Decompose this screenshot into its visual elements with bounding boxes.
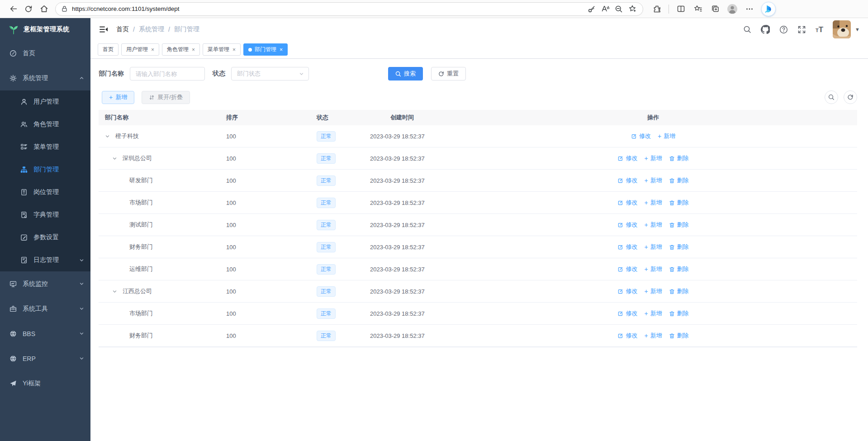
sidebar-item-monitor[interactable]: 系统监控 — [0, 271, 90, 296]
sidebar-item-params[interactable]: 参数设置 — [0, 226, 90, 249]
sidebar-item-departments[interactable]: 部门管理 — [0, 158, 90, 181]
show-search-icon[interactable] — [825, 90, 838, 104]
col-sort: 排序 — [226, 114, 317, 122]
help-icon[interactable] — [779, 25, 788, 34]
split-screen-icon[interactable] — [674, 2, 688, 16]
edit-link[interactable]: 修改 — [617, 154, 637, 162]
edit-link[interactable]: 修改 — [617, 287, 637, 295]
users-icon — [20, 121, 28, 128]
refresh-table-icon[interactable] — [844, 90, 857, 104]
sidebar-item-roles[interactable]: 角色管理 — [0, 113, 90, 136]
app-logo[interactable]: 意框架管理系统 — [0, 18, 90, 41]
favorite-add-icon[interactable] — [626, 3, 639, 15]
sidebar-item-label: ERP — [23, 355, 36, 362]
add-link[interactable]: +新增 — [644, 265, 662, 273]
chevron-down-icon[interactable] — [112, 289, 117, 294]
font-size-icon[interactable]: TT — [816, 26, 823, 33]
more-icon[interactable] — [742, 2, 757, 16]
search-icon[interactable] — [743, 25, 751, 33]
zoom-out-icon[interactable] — [612, 3, 626, 15]
delete-link[interactable]: 删除 — [669, 287, 689, 295]
sidebar-item-home[interactable]: 首页 — [0, 41, 90, 66]
delete-link[interactable]: 删除 — [669, 154, 689, 162]
edit-link[interactable]: 修改 — [617, 221, 637, 229]
add-link[interactable]: +新增 — [658, 132, 675, 140]
add-link[interactable]: +新增 — [644, 332, 662, 340]
tab-home[interactable]: 首页 — [98, 43, 119, 56]
sidebar-item-logs[interactable]: 日志管理 — [0, 249, 90, 271]
tab-departments[interactable]: 部门管理× — [243, 43, 288, 56]
delete-link[interactable]: 删除 — [669, 265, 689, 273]
tab-roles[interactable]: 角色管理× — [162, 43, 200, 56]
chevron-down-icon[interactable] — [112, 156, 117, 161]
sidebar-item-dict[interactable]: 字典管理 — [0, 204, 90, 226]
edit-link[interactable]: 修改 — [617, 176, 637, 185]
add-button[interactable]: + 新增 — [102, 91, 134, 104]
edit-link[interactable]: 修改 — [631, 132, 651, 140]
favorites-icon[interactable] — [691, 2, 705, 16]
refresh-icon[interactable] — [21, 2, 36, 16]
extensions-icon[interactable] — [650, 2, 664, 16]
tab-users[interactable]: 用户管理× — [121, 43, 159, 56]
col-dept-name: 部门名称 — [99, 114, 226, 122]
back-icon[interactable] — [5, 2, 21, 16]
address-bar[interactable]: https://ccnetcore.com:1101/system/dept — [55, 2, 643, 16]
breadcrumb-home[interactable]: 首页 — [116, 25, 129, 33]
expand-collapse-button[interactable]: 展开/折叠 — [142, 91, 190, 104]
sidebar-item-bbs[interactable]: BBS — [0, 321, 90, 346]
add-link[interactable]: +新增 — [644, 199, 662, 207]
add-link[interactable]: +新增 — [644, 243, 662, 251]
delete-link[interactable]: 删除 — [669, 243, 689, 251]
collections-icon[interactable] — [708, 2, 722, 16]
close-icon[interactable]: × — [151, 47, 154, 53]
edit-link[interactable]: 修改 — [617, 265, 637, 273]
edit-link[interactable]: 修改 — [617, 332, 637, 340]
delete-link[interactable]: 删除 — [669, 332, 689, 340]
home-icon[interactable] — [36, 2, 52, 16]
close-icon[interactable]: × — [232, 47, 236, 53]
lock-icon[interactable] — [61, 5, 68, 12]
user-avatar[interactable] — [833, 20, 851, 38]
key-icon[interactable] — [585, 3, 598, 15]
tab-label: 首页 — [103, 46, 114, 53]
delete-link[interactable]: 删除 — [669, 199, 689, 207]
chevron-down-icon[interactable] — [105, 134, 110, 139]
plus-icon: + — [644, 243, 648, 251]
edit-link[interactable]: 修改 — [617, 243, 637, 251]
sidebar-item-posts[interactable]: 岗位管理 — [0, 181, 90, 204]
sidebar-collapse-icon[interactable] — [97, 24, 110, 35]
delete-link[interactable]: 删除 — [669, 221, 689, 229]
profile-icon[interactable] — [725, 2, 740, 16]
sidebar-item-yi-framework[interactable]: Yi框架 — [0, 371, 90, 396]
copilot-bing-icon[interactable] — [761, 2, 776, 16]
edit-link[interactable]: 修改 — [617, 309, 637, 318]
close-icon[interactable]: × — [192, 47, 195, 53]
breadcrumb-system[interactable]: 系统管理 — [139, 25, 164, 33]
edit-link[interactable]: 修改 — [617, 199, 637, 207]
add-link[interactable]: +新增 — [644, 221, 662, 229]
sidebar-item-menus[interactable]: 菜单管理 — [0, 136, 90, 158]
add-link[interactable]: +新增 — [644, 154, 662, 162]
fullscreen-icon[interactable] — [797, 25, 806, 34]
status-select[interactable]: 部门状态 — [231, 67, 309, 81]
dept-created: 2023-03-29 18:52:37 — [370, 199, 569, 206]
sidebar-item-users[interactable]: 用户管理 — [0, 90, 90, 113]
dept-created: 2023-03-29 18:52:37 — [370, 244, 569, 251]
url-text[interactable]: https://ccnetcore.com:1101/system/dept — [72, 5, 585, 12]
github-icon[interactable] — [761, 25, 770, 34]
sidebar-item-system[interactable]: 系统管理 — [0, 66, 90, 90]
tab-menus[interactable]: 菜单管理× — [203, 43, 241, 56]
sidebar-item-tools[interactable]: 系统工具 — [0, 296, 90, 321]
sidebar-item-erp[interactable]: ERP — [0, 346, 90, 371]
add-link[interactable]: +新增 — [644, 287, 662, 295]
search-button[interactable]: 搜索 — [388, 67, 423, 81]
add-link[interactable]: +新增 — [644, 176, 662, 185]
dept-name-input[interactable] — [130, 67, 205, 81]
delete-link[interactable]: 删除 — [669, 309, 689, 318]
delete-link[interactable]: 删除 — [669, 176, 689, 185]
add-link[interactable]: +新增 — [644, 309, 662, 318]
close-icon[interactable]: × — [280, 47, 283, 53]
read-aloud-icon[interactable] — [598, 3, 612, 15]
reset-button[interactable]: 重置 — [431, 67, 466, 81]
caret-down-icon[interactable]: ▼ — [855, 27, 860, 32]
